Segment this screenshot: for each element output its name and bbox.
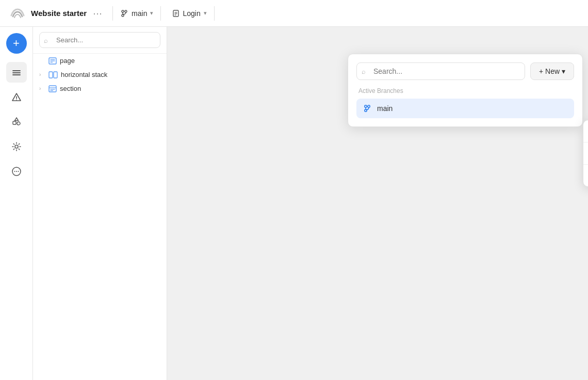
- main-layout: +: [0, 27, 588, 380]
- svg-point-14: [15, 145, 18, 148]
- warning-icon: [11, 92, 22, 102]
- svg-point-30: [368, 105, 370, 107]
- page-chevron: ▾: [204, 10, 207, 17]
- branch-dropdown: ⌕ + New ▾ Active Branches main: [348, 54, 583, 127]
- branch-dropdown-header: ⌕ + New ▾: [356, 62, 574, 80]
- svg-point-0: [122, 10, 124, 12]
- page-tree-icon: [48, 57, 57, 65]
- page-icon: [172, 10, 179, 17]
- git-branch-icon: [120, 9, 128, 18]
- hstack-tree-icon: [48, 71, 58, 78]
- branch-context-menu: Protect main branch Switch to branch Dup…: [583, 120, 588, 187]
- svg-point-18: [18, 171, 19, 172]
- tree-item-hstack-label: horizontal stack: [61, 71, 107, 78]
- branch-item-main-label: main: [377, 104, 393, 113]
- tree-item-page[interactable]: page: [33, 54, 167, 68]
- layers-search-icon: ⌕: [44, 36, 48, 44]
- branch-item-icon: [363, 104, 372, 113]
- context-menu-switch[interactable]: Switch to branch: [583, 142, 588, 165]
- svg-point-17: [16, 171, 17, 172]
- svg-rect-24: [54, 72, 57, 78]
- branches-section-label: Active Branches: [356, 87, 574, 94]
- app-title: Website starter: [31, 9, 87, 18]
- sidebar-item-settings[interactable]: [6, 136, 27, 157]
- sidebar-item-components[interactable]: [6, 112, 27, 132]
- context-menu-duplicate[interactable]: Duplicate branch: [583, 165, 588, 186]
- branch-label: main: [132, 9, 147, 18]
- sidebar-item-more[interactable]: [6, 161, 27, 182]
- topbar: Website starter ⋯ main ▾ Login ▾: [0, 0, 588, 27]
- hstack-chevron: ›: [39, 72, 45, 77]
- page-label: Login: [183, 9, 200, 18]
- sidebar-item-warnings[interactable]: [6, 87, 27, 107]
- branch-selector[interactable]: main ▾: [112, 6, 161, 21]
- branch-item-main[interactable]: main: [356, 99, 574, 118]
- svg-rect-25: [49, 86, 56, 92]
- content-area: ⌕ + New ▾ Active Branches main: [167, 27, 588, 380]
- svg-rect-23: [49, 72, 53, 78]
- layers-search-container: ⌕: [33, 27, 167, 54]
- add-button[interactable]: +: [6, 33, 27, 54]
- branch-search-wrap: ⌕: [356, 62, 525, 80]
- settings-icon: [11, 141, 22, 152]
- layers-search-input[interactable]: [39, 32, 160, 48]
- svg-point-16: [14, 171, 15, 172]
- new-branch-button[interactable]: + New ▾: [530, 62, 574, 80]
- sidebar-item-layers[interactable]: [6, 62, 27, 83]
- more-circle-icon: [11, 166, 22, 177]
- context-menu-protect[interactable]: Protect main branch: [583, 120, 588, 142]
- more-icon[interactable]: ⋯: [93, 8, 102, 19]
- branch-search-input[interactable]: [356, 62, 525, 80]
- branch-search-icon: ⌕: [362, 68, 366, 75]
- tree-item-section-label: section: [60, 85, 81, 92]
- section-chevron: ›: [39, 86, 45, 91]
- components-icon: [11, 117, 22, 127]
- svg-point-13: [17, 122, 20, 125]
- app-logo: [8, 4, 27, 23]
- svg-rect-12: [13, 121, 16, 124]
- tree-item-page-label: page: [60, 57, 75, 65]
- section-tree-icon: [48, 85, 57, 92]
- svg-point-29: [365, 105, 367, 107]
- svg-point-11: [16, 100, 17, 101]
- layers-icon: [11, 67, 22, 77]
- new-branch-label: + New ▾: [539, 67, 565, 75]
- layers-panel: ⌕ page › horizontal stack ›: [33, 27, 167, 380]
- svg-point-1: [125, 10, 127, 12]
- icon-rail: +: [0, 27, 33, 380]
- tree-item-hstack[interactable]: › horizontal stack: [33, 68, 167, 82]
- page-selector[interactable]: Login ▾: [165, 6, 214, 21]
- branch-chevron: ▾: [150, 10, 153, 17]
- tree-item-section[interactable]: › section: [33, 82, 167, 96]
